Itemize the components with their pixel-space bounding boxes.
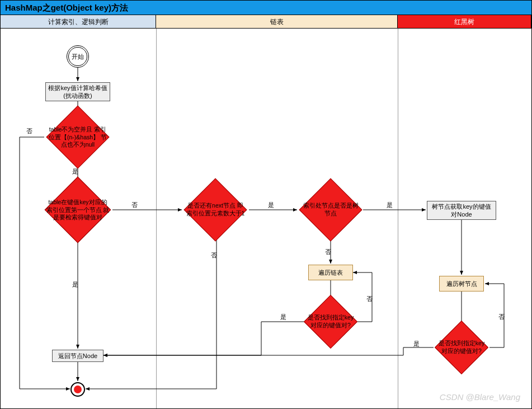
lane-separator <box>156 29 157 408</box>
edge-label-no: 否 <box>211 251 217 260</box>
edge-label-no: 否 <box>131 201 138 209</box>
process-return-text: 返回节点Node <box>58 352 97 360</box>
edge-label-yes: 是 <box>280 313 286 321</box>
decision-text: 索引处节点是否是树节点 <box>300 202 361 217</box>
decision-text: 是否还有next节点 即索引位置元素数大于1 <box>185 202 246 217</box>
process-iterate-list: 遍历链表 <box>308 265 353 280</box>
watermark: CSDN @Blare_Wang <box>440 392 520 402</box>
edge-label-yes: 是 <box>72 280 78 289</box>
edge-label-yes: 是 <box>268 201 274 209</box>
edge-label-no: 否 <box>498 313 505 321</box>
edge-label-yes: 是 <box>72 167 78 176</box>
decision-has-next: 是否还有next节点 即索引位置元素数大于1 <box>183 178 247 241</box>
process-text: 遍历树节点 <box>446 280 477 288</box>
lane-header-1: 计算索引、逻辑判断 <box>1 15 156 28</box>
lane-header-3: 红黑树 <box>398 15 531 28</box>
edge-label-yes: 是 <box>413 340 420 348</box>
lane-headers: 计算索引、逻辑判断 链表 红黑树 <box>1 15 531 29</box>
decision-text: 是否找到指定key 对应的键值对? <box>305 314 356 329</box>
swimlane-diagram: HashMap之get(Object key)方法 计算索引、逻辑判断 链表 红… <box>0 0 532 409</box>
decision-text: table不为空并且 索引位置【(n-)&hash】 节点也不为null <box>47 126 108 149</box>
edge-label-no: 否 <box>26 127 32 135</box>
lane-separator <box>398 29 398 408</box>
lane-header-2: 链表 <box>156 15 398 28</box>
process-hash: 根据key值计算哈希值 (扰动函数) <box>45 82 110 101</box>
decision-is-tree: 索引处节点是否是树节点 <box>299 178 362 241</box>
decision-text: 是否找到指定key 对应的键值对? <box>436 340 487 355</box>
decision-text: table在键值key对应的 索引位置第一个节点 就是要检索得键值对 <box>46 199 110 222</box>
edge-label-yes: 是 <box>387 201 393 209</box>
end-node <box>70 382 85 397</box>
edge-label-no: 否 <box>366 295 373 303</box>
diagram-body: 开始 根据key值计算哈希值 (扰动函数) table不为空并且 索引位置【(n… <box>1 29 531 408</box>
diagram-title: HashMap之get(Object key)方法 <box>1 1 531 15</box>
decision-first-node: table在键值key对应的 索引位置第一个节点 就是要检索得键值对 <box>45 177 111 243</box>
process-iterate-tree: 遍历树节点 <box>439 276 484 292</box>
process-hash-text: 根据key值计算哈希值 (扰动函数) <box>48 84 107 100</box>
start-label: 开始 <box>72 53 84 61</box>
decision-table-null: table不为空并且 索引位置【(n-)&hash】 节点也不为null <box>46 105 109 168</box>
decision-found-list: 是否找到指定key 对应的键值对? <box>304 295 357 349</box>
start-node: 开始 <box>67 45 89 68</box>
process-text: 树节点获取key的键值 对Node <box>430 203 493 219</box>
process-tree-get: 树节点获取key的键值 对Node <box>427 201 496 220</box>
edge-label-no: 否 <box>325 248 331 256</box>
decision-found-tree: 是否找到指定key 对应的键值对? <box>435 321 488 374</box>
end-inner <box>74 386 82 393</box>
process-return: 返回节点Node <box>52 350 103 362</box>
process-text: 遍历链表 <box>318 269 343 276</box>
